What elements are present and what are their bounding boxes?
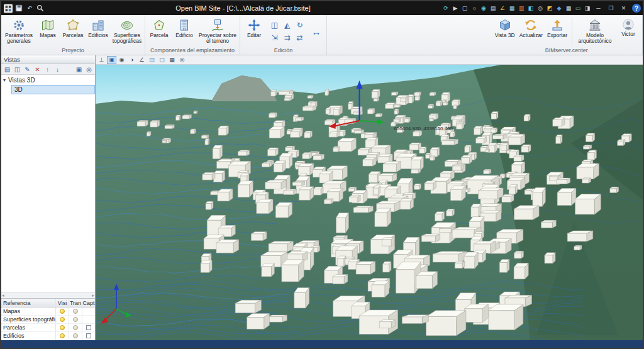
gear-icon	[12, 18, 26, 32]
section-plane-icon[interactable]: ◫	[147, 56, 157, 64]
user-account-button[interactable]: Victor	[616, 16, 640, 47]
target-icon[interactable]: ◎	[536, 3, 545, 13]
title-bar: ↶ Open BIM Site - [C:\...\Alcalá de Júca…	[1, 1, 643, 15]
map-icon	[41, 18, 55, 32]
app-icon[interactable]	[4, 3, 13, 13]
shading-icon[interactable]: ◑	[127, 56, 136, 64]
exportar-button[interactable]: Exportar	[545, 16, 569, 47]
group-label: Proyecto	[3, 47, 143, 55]
move-up-icon[interactable]: ↑	[43, 65, 52, 74]
editar-button[interactable]: Editar	[242, 16, 266, 47]
capture-checkbox[interactable]	[86, 333, 91, 338]
sync-icon[interactable]: ⟳	[441, 3, 450, 13]
undo-icon[interactable]: ↶	[25, 3, 34, 13]
edit-view-icon[interactable]: ✎	[23, 65, 32, 74]
select-mode-icon[interactable]: ▣	[107, 56, 116, 64]
parcela-button[interactable]: Parcela	[147, 16, 171, 47]
transparent-bulb-icon[interactable]	[73, 325, 78, 330]
maximize-button[interactable]: ❐	[605, 3, 617, 13]
visible-bulb-icon[interactable]	[60, 317, 65, 322]
save-icon[interactable]	[14, 3, 23, 13]
copy-icon[interactable]: ◫	[269, 19, 280, 31]
measure-icon[interactable]: ∠	[498, 3, 507, 13]
tree-scrollbar[interactable]: ◂ ▸	[1, 292, 95, 298]
actualizar-button[interactable]: Actualizar	[518, 16, 544, 47]
button-label: Victor	[621, 31, 635, 37]
help-icon[interactable]: ?	[632, 4, 641, 13]
transparent-bulb-icon[interactable]	[73, 317, 78, 322]
button-label: Parcelas	[62, 33, 83, 38]
contours-icon	[120, 18, 134, 32]
delete-view-icon[interactable]: ✕	[33, 65, 42, 74]
grid-icon[interactable]: ▦	[508, 3, 516, 13]
parcelas-button[interactable]: Parcelas	[61, 16, 85, 47]
globe-icon[interactable]: ◉	[479, 3, 488, 13]
mapas-button[interactable]: Mapas	[36, 16, 60, 47]
button-label: Parámetros generales	[4, 33, 33, 45]
close-button[interactable]: ✕	[618, 3, 630, 13]
button-label: Mapas	[40, 33, 56, 38]
superficies-topograficas-button[interactable]: Superficies topográficas	[111, 16, 143, 47]
button-label: Proyectar sobre el terreno	[199, 33, 236, 45]
rotate-icon[interactable]: ↻	[294, 19, 306, 31]
quick-access-toolbar: ↶	[1, 3, 45, 13]
viewport-tools: ⊥▣◉◑∠◫▢▦◎	[97, 56, 187, 64]
grid-icon[interactable]: ▦	[167, 56, 177, 64]
offset-icon[interactable]: ⇉	[281, 32, 293, 44]
transparent-bulb-icon[interactable]	[73, 309, 78, 314]
views-tree: ▾ Vistas 3D 3D	[1, 75, 95, 292]
vista-3d-button[interactable]: Vista 3D	[493, 16, 517, 47]
stretch-tool-icon[interactable]: ↔	[308, 16, 325, 47]
edificios-button[interactable]: Edificios	[86, 16, 110, 47]
proyectar-sobre-terreno-button[interactable]: Proyectar sobre el terreno	[197, 16, 238, 47]
minimize-button[interactable]: ─	[592, 3, 604, 13]
sun-icon[interactable]: ☼	[470, 3, 479, 13]
ribbon-group-componentes: Parcela Edificio Proyectar sobre el terr…	[145, 15, 240, 55]
cube-icon[interactable]: ◆	[555, 3, 564, 13]
collapse-icon[interactable]: ▾	[3, 77, 6, 83]
box-icon[interactable]: ◧	[526, 3, 535, 13]
ribbon-group-bimserver: Vista 3D Actualizar Exportar Modelo arqu…	[491, 15, 643, 55]
visible-bulb-icon[interactable]	[60, 333, 65, 338]
visible-bulb-icon[interactable]	[60, 309, 65, 314]
tree-node-vistas-3d[interactable]: ▾ Vistas 3D	[1, 76, 95, 84]
user-avatar	[622, 18, 635, 31]
3d-scene[interactable]: 655604.920, 4339150.460	[96, 65, 643, 340]
measure-icon[interactable]: ∠	[137, 56, 147, 64]
modelo-arquitectonico-button[interactable]: Modelo arquitectónico	[575, 16, 615, 47]
wrench-icon[interactable]: ◨	[583, 3, 592, 13]
button-label: Superficies topográficas	[113, 33, 142, 45]
titlebar-right: ⟳▶▢☼◉▤∠▦▥◧◎◩◆▦▭◨ ─ ❐ ✕ ?	[441, 3, 643, 13]
tree-node-3d-selected[interactable]: 3D	[11, 85, 95, 94]
coordinate-axes-icon[interactable]: ⊥	[97, 56, 106, 64]
scale-icon[interactable]: ⇲	[269, 32, 280, 44]
parametros-generales-button[interactable]: Parámetros generales	[3, 16, 35, 47]
walkthrough-icon[interactable]: ▶	[451, 3, 460, 13]
camera-icon[interactable]: ▢	[460, 3, 469, 13]
visibility-icon[interactable]: ◉	[117, 56, 126, 64]
layers-icon[interactable]: ▤	[489, 3, 497, 13]
mirror-icon[interactable]: ◭	[281, 19, 293, 31]
capture-checkbox[interactable]	[86, 325, 91, 330]
panel-settings-icon[interactable]: ◎	[84, 65, 94, 74]
screenshot-icon[interactable]: ▢	[157, 56, 167, 64]
print-icon[interactable]: ▣	[74, 65, 84, 74]
edificio-button[interactable]: Edificio	[172, 16, 196, 47]
visible-bulb-icon[interactable]	[60, 325, 65, 330]
duplicate-view-icon[interactable]: ◫	[13, 65, 22, 74]
flag-icon[interactable]: ◩	[545, 3, 554, 13]
table-icon[interactable]: ▦	[564, 3, 573, 13]
screen-icon[interactable]: ▭	[574, 3, 582, 13]
invert-icon[interactable]: ⇄	[294, 32, 306, 44]
building-icon	[177, 18, 191, 32]
transparent-bulb-icon[interactable]	[73, 333, 78, 338]
new-view-icon[interactable]: ▤	[3, 65, 12, 74]
scroll-right-icon[interactable]: ▸	[92, 293, 94, 298]
3d-canvas[interactable]: 655604.920, 4339150.460	[96, 65, 643, 340]
scroll-left-icon[interactable]: ◂	[2, 293, 4, 298]
cube-3d-icon	[498, 18, 512, 32]
options-icon[interactable]: ◎	[177, 56, 187, 64]
chart-icon[interactable]: ▥	[517, 3, 526, 13]
move-down-icon[interactable]: ↓	[53, 65, 62, 74]
search-icon[interactable]	[36, 3, 45, 13]
